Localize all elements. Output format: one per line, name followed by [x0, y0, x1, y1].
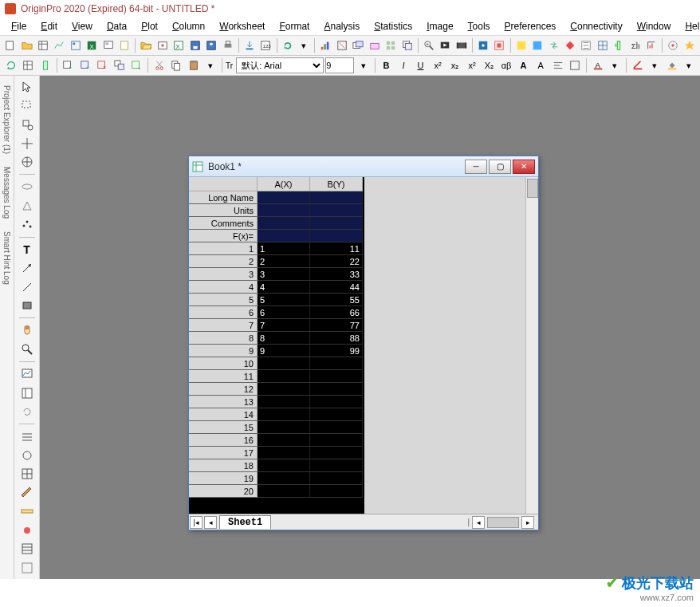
row-number[interactable]: 8 — [189, 332, 258, 345]
circular-icon[interactable] — [18, 447, 36, 463]
cell[interactable]: 3 — [258, 268, 310, 281]
grid-tool-icon[interactable] — [18, 466, 36, 482]
cell[interactable] — [310, 370, 363, 383]
digitizer-icon[interactable] — [476, 37, 490, 53]
data-reader-icon[interactable] — [18, 135, 36, 151]
fill-color-icon[interactable] — [664, 57, 680, 73]
line-color-icon[interactable] — [630, 57, 646, 73]
cell[interactable] — [310, 383, 363, 396]
col-header-a[interactable]: A(X) — [258, 177, 310, 191]
arrow-tool-icon[interactable] — [18, 260, 36, 276]
insert-col-icon[interactable]: + — [612, 37, 626, 53]
menu-tools[interactable]: Tools — [462, 19, 497, 34]
data-selector-icon[interactable] — [18, 179, 36, 195]
row-number[interactable]: 4 — [189, 281, 258, 294]
zoom-rect-icon[interactable] — [18, 97, 36, 113]
insert-graph-icon[interactable] — [18, 366, 36, 382]
font-big-icon[interactable]: A — [516, 57, 532, 73]
refresh-icon[interactable] — [3, 57, 19, 73]
table-nav-icon[interactable] — [129, 57, 145, 73]
dropdown-icon[interactable]: ▾ — [681, 57, 697, 73]
sheet-tab[interactable]: Sheet1 — [219, 515, 271, 529]
tab-smart-hint[interactable]: Smart Hint Log — [2, 231, 11, 285]
code-builder-icon[interactable] — [492, 37, 506, 53]
copy-icon[interactable] — [169, 57, 185, 73]
row-number[interactable]: 13 — [189, 396, 258, 408]
text-tool-icon[interactable]: T — [18, 241, 36, 257]
import-ascii-icon[interactable]: 123 — [258, 37, 273, 53]
hscroll-track[interactable] — [487, 517, 519, 528]
table-add-icon[interactable]: + — [61, 57, 77, 73]
xf-icon[interactable] — [666, 37, 680, 53]
add-plot-icon[interactable] — [318, 37, 332, 53]
header-cell[interactable] — [310, 230, 363, 242]
tab-project-explorer[interactable]: Project Explorer (1) — [2, 85, 11, 154]
labtalk-icon[interactable] — [530, 37, 545, 53]
video-icon[interactable] — [454, 37, 469, 53]
table2-icon[interactable] — [18, 559, 36, 575]
import-wizard-icon[interactable] — [242, 37, 257, 53]
save-template-icon[interactable] — [204, 37, 218, 53]
row-number[interactable]: 6 — [189, 306, 258, 319]
row-number[interactable]: 11 — [189, 370, 258, 383]
cell[interactable]: 1 — [258, 242, 310, 255]
close-button[interactable]: ✕ — [513, 160, 535, 174]
rescale-icon[interactable] — [335, 37, 349, 53]
cell[interactable] — [258, 434, 310, 447]
table-dup-icon[interactable] — [112, 57, 128, 73]
maximize-button[interactable]: ▢ — [489, 160, 511, 174]
row-number[interactable]: 14 — [189, 408, 258, 421]
cut-icon[interactable] — [151, 57, 167, 73]
menu-data[interactable]: Data — [100, 19, 133, 34]
screen-reader-icon[interactable] — [18, 154, 36, 170]
menu-edit[interactable]: Edit — [34, 19, 64, 34]
cell[interactable] — [258, 396, 310, 408]
cell[interactable]: 6 — [258, 306, 310, 319]
menu-plot[interactable]: Plot — [135, 19, 164, 34]
hscroll-splitter[interactable]: | — [467, 518, 470, 526]
marker-icon[interactable] — [18, 522, 36, 538]
table-icon[interactable] — [18, 541, 36, 557]
cell[interactable]: 88 — [310, 332, 363, 345]
dropdown-icon[interactable]: ▾ — [647, 57, 663, 73]
border-icon[interactable] — [567, 57, 583, 73]
subscript-icon[interactable]: x₂ — [447, 57, 463, 73]
supersub-icon[interactable]: x² — [464, 57, 480, 73]
tab-nav-first[interactable]: |◂ — [190, 516, 203, 529]
cell[interactable] — [310, 447, 363, 459]
worksheet-icon[interactable] — [21, 57, 37, 73]
paste-icon[interactable] — [186, 57, 202, 73]
row-number[interactable]: 10 — [189, 357, 258, 370]
rotate-icon[interactable] — [18, 404, 36, 420]
row-number[interactable]: 1 — [189, 242, 258, 255]
zoom-in-icon[interactable]: + — [422, 37, 436, 53]
cell[interactable]: 33 — [310, 268, 363, 281]
scrollbar-thumb[interactable] — [527, 179, 538, 198]
cell[interactable] — [310, 421, 363, 434]
pan-zoom-icon[interactable] — [18, 116, 36, 132]
pointer-icon[interactable] — [18, 79, 36, 95]
minimize-button[interactable]: ─ — [465, 160, 487, 174]
insert-worksheet-icon[interactable] — [18, 384, 36, 400]
cell[interactable] — [258, 383, 310, 396]
row-label[interactable]: F(x)= — [189, 230, 258, 242]
row-number[interactable]: 12 — [189, 383, 258, 396]
vertical-scrollbar[interactable] — [525, 177, 538, 514]
transfer-icon[interactable] — [546, 37, 560, 53]
row-number[interactable]: 5 — [189, 294, 258, 306]
recalculate-icon[interactable] — [280, 37, 294, 53]
dropdown-icon[interactable]: ▾ — [607, 57, 623, 73]
menu-worksheet[interactable]: Worksheet — [213, 19, 271, 34]
open-icon[interactable] — [139, 37, 153, 53]
cell[interactable]: 99 — [310, 345, 363, 357]
header-cell[interactable] — [258, 230, 310, 242]
row-number[interactable]: 9 — [189, 345, 258, 357]
menu-image[interactable]: Image — [420, 19, 459, 34]
cell[interactable] — [258, 408, 310, 421]
row-number[interactable]: 3 — [189, 268, 258, 281]
extract-layer-icon[interactable] — [367, 37, 381, 53]
grid-icon[interactable] — [596, 37, 610, 53]
menu-view[interactable]: View — [65, 19, 99, 34]
stats-icon[interactable]: Σ — [628, 37, 643, 53]
tab-nav-prev[interactable]: ◂ — [204, 516, 217, 529]
